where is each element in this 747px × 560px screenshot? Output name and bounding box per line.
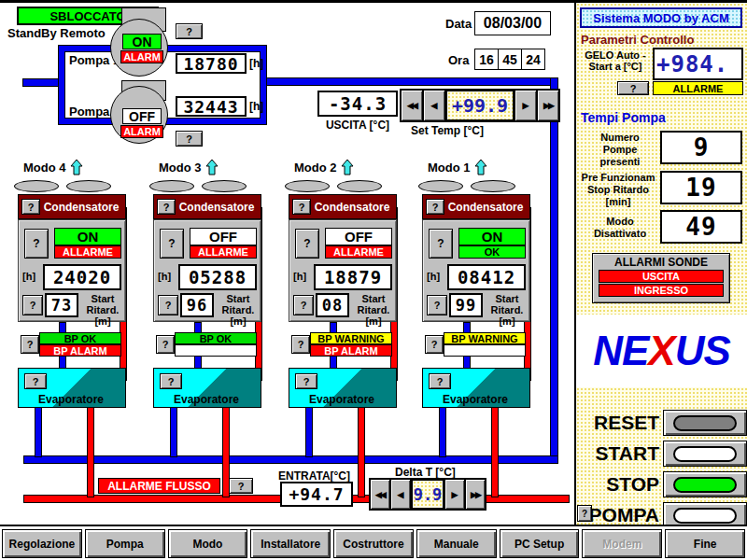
date-value: 08/03/00: [474, 11, 551, 35]
bp-status-bottom: BP ALARM: [310, 344, 392, 357]
stop-button[interactable]: [663, 471, 747, 497]
start-delay-value: 08: [316, 293, 349, 317]
condenser-header: ? Condensatore: [18, 194, 126, 219]
delta-t-increment-button[interactable]: ▶: [444, 479, 465, 510]
condenser-header: ? Condensatore: [153, 194, 261, 219]
set-temp-decrement-button[interactable]: ◀: [423, 90, 445, 121]
right-arrow-icon: ▶: [452, 490, 458, 499]
gelo-label: GELO Auto - Start a [°C]: [580, 49, 651, 72]
condenser-state: OFF: [325, 228, 392, 245]
help-button[interactable]: ?: [157, 199, 176, 215]
condenser-label: Condensatore: [444, 201, 527, 214]
help-button[interactable]: ?: [176, 23, 203, 39]
stop-label: STOP: [606, 473, 659, 496]
help-button[interactable]: ?: [176, 131, 203, 147]
help-button[interactable]: ?: [425, 335, 444, 354]
hours-counter: 24020: [43, 264, 121, 290]
help-button[interactable]: ?: [24, 229, 49, 259]
set-temp-label: Set Temp [°C]: [411, 124, 551, 137]
pompa-indicator: [673, 508, 737, 524]
menu-bar: Regolazione Pompa Modo Installatore Cost…: [0, 525, 747, 560]
help-button[interactable]: ?: [158, 295, 178, 315]
pump2-alarm: ALARM: [120, 125, 163, 138]
start-label-line1: Start: [226, 293, 249, 304]
menu-modo[interactable]: Modo: [168, 529, 248, 558]
menu-fine[interactable]: Fine: [665, 529, 745, 558]
delta-t-decrement-fast-button[interactable]: ◀◀: [370, 479, 390, 510]
start-delay-label: StartRitard.[m]: [80, 293, 125, 327]
condenser-alarm: ALLARME: [54, 245, 121, 259]
pump1-alarm: ALARM: [120, 50, 163, 63]
standby-label: StandBy Remoto: [7, 26, 106, 40]
condenser-alarm: OK: [458, 245, 526, 259]
help-button[interactable]: ?: [229, 478, 253, 494]
help-button[interactable]: ?: [426, 199, 444, 215]
condenser-body: ? ON ALLARME [h] 24020 ? 73 StartRitard.…: [18, 219, 126, 322]
entrata-label: ENTRATA[°C]: [276, 469, 352, 483]
start-indicator: [673, 446, 737, 462]
bp-status-top: BP WARNING: [310, 332, 392, 344]
help-button[interactable]: ?: [21, 199, 40, 215]
help-button[interactable]: ?: [293, 295, 314, 315]
help-button[interactable]: ?: [429, 229, 453, 259]
help-button[interactable]: ?: [429, 373, 451, 389]
delta-t-decrement-button[interactable]: ◀: [390, 479, 411, 510]
menu-pompa[interactable]: Pompa: [85, 529, 165, 558]
double-right-arrow-icon: ▶▶: [471, 490, 480, 499]
menu-regolazione[interactable]: Regolazione: [2, 529, 82, 558]
right-arrow-icon: ▶: [523, 101, 529, 110]
evaporator-label: Evaporatore: [289, 393, 394, 406]
help-button[interactable]: ?: [292, 199, 311, 215]
up-arrow-icon: [341, 160, 354, 175]
help-button[interactable]: ?: [291, 335, 310, 354]
condenser-alarm: ALLARME: [190, 245, 257, 259]
help-button[interactable]: ?: [427, 295, 447, 315]
prerun-stop-delay-label: Pre Funzionam Stop Ritardo [min]: [578, 172, 658, 208]
gelo-display: +984.: [653, 48, 743, 80]
delta-t-control: ◀◀ ◀ 9.9 ▶ ▶▶: [369, 478, 486, 511]
uscita-label: USCITA [°C]: [308, 119, 407, 132]
pipe-blue-down: [439, 406, 446, 457]
menu-pc-setup[interactable]: PC Setup: [500, 529, 580, 558]
pipe-blue-bottom: [23, 455, 558, 464]
set-temp-increment-button[interactable]: ▶: [514, 90, 537, 121]
help-button[interactable]: ?: [160, 229, 184, 259]
logo-part-ne: NE: [593, 328, 648, 373]
set-temp-decrement-fast-button[interactable]: ◀◀: [401, 90, 423, 121]
menu-manuale[interactable]: Manuale: [416, 529, 497, 558]
evaporator-label: Evaporatore: [19, 393, 123, 406]
help-button[interactable]: ?: [295, 373, 317, 389]
help-button[interactable]: ?: [295, 229, 319, 259]
help-button[interactable]: ?: [160, 373, 182, 389]
mode-label: Modo 4: [23, 161, 66, 175]
help-button[interactable]: ?: [22, 295, 43, 315]
left-arrow-icon: ◀: [398, 490, 404, 499]
reset-indicator: [673, 415, 737, 431]
help-button[interactable]: ?: [21, 335, 39, 354]
start-button[interactable]: [663, 441, 747, 467]
help-button[interactable]: ?: [617, 81, 649, 95]
start-delay-label: StartRitard.[m]: [485, 293, 529, 327]
start-label: START: [596, 442, 659, 465]
condenser-state: ON: [458, 228, 526, 245]
start-label-line2: Ritard.[m]: [87, 304, 120, 327]
menu-costruttore[interactable]: Costruttore: [333, 529, 414, 558]
pipe-blue-down: [170, 406, 177, 457]
double-right-arrow-icon: ▶▶: [543, 101, 553, 110]
delta-t-increment-fast-button[interactable]: ▶▶: [465, 479, 486, 510]
fan-ellipse: [14, 180, 59, 192]
pipe-red-down: [491, 406, 499, 497]
help-button[interactable]: ?: [24, 373, 47, 389]
help-button[interactable]: ?: [577, 505, 592, 522]
condenser-header: ? Condensatore: [289, 194, 397, 219]
pipe-red-down: [358, 406, 365, 497]
reset-button[interactable]: [663, 410, 747, 436]
pump2-hours: 32443: [176, 96, 247, 117]
help-button[interactable]: ?: [156, 335, 175, 354]
hours-counter: 18879: [314, 264, 392, 290]
double-left-arrow-icon: ◀◀: [375, 490, 385, 499]
set-temp-control: ◀◀ ◀ +99.9 ▶ ▶▶: [400, 89, 560, 122]
set-temp-increment-fast-button[interactable]: ▶▶: [537, 90, 559, 121]
stop-row: STOP: [576, 471, 747, 497]
menu-installatore[interactable]: Installatore: [250, 529, 331, 558]
